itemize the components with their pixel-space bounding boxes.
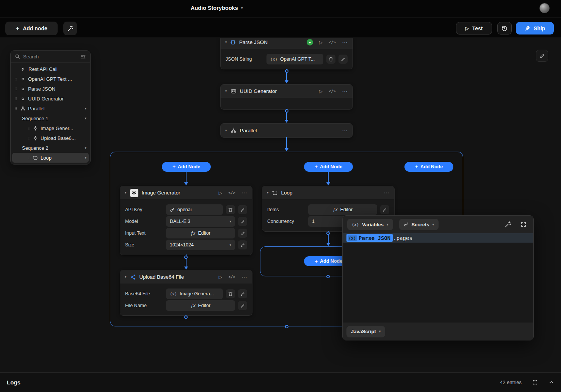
add-node-toolbar-button[interactable]: + Add node [5, 22, 58, 35]
sidebar-item-parse-json[interactable]: Parse JSON [12, 84, 89, 94]
ai-wand-toolbar-button[interactable] [63, 22, 77, 35]
open-logs-button[interactable] [548, 379, 554, 385]
size-select[interactable]: 1024×1024 ▾ [166, 240, 235, 250]
connection-port[interactable] [285, 69, 288, 73]
connection-port[interactable] [326, 232, 330, 235]
delete-button[interactable] [226, 205, 235, 214]
code-editor[interactable]: (x) Parse JSON .pages [343, 233, 533, 323]
code-line[interactable]: (x) Parse JSON .pages [343, 233, 533, 243]
run-node-icon[interactable]: ▷ [219, 191, 222, 195]
sidebar-item-sequence-1[interactable]: Sequence 1 ▾ [12, 113, 89, 123]
more-options-icon[interactable]: ⋯ [342, 39, 348, 45]
collapse-chevron-icon[interactable]: ▾ [225, 129, 227, 132]
connection-port[interactable] [285, 325, 288, 328]
input-text-editor-button[interactable]: ƒx Editor [166, 228, 235, 238]
uuid-generator-node[interactable]: ▾ UUID Generator ▷ </> ⋯ [220, 84, 353, 110]
grip-icon[interactable] [14, 96, 18, 101]
upload-base64-node-header[interactable]: ▾ Upload Base64 File ▷ </> ⋯ [120, 270, 252, 284]
language-dropdown[interactable]: JavaScript ▾ [346, 326, 385, 337]
sidebar-item-image-generator[interactable]: Image Gener... [12, 123, 89, 133]
run-node-icon[interactable]: ▷ [219, 275, 222, 279]
edit-button[interactable] [380, 205, 389, 214]
add-node-button[interactable]: +Add Node [162, 162, 211, 172]
upload-base64-node[interactable]: ▾ Upload Base64 File ▷ </> ⋯ Base64 File… [120, 270, 252, 316]
sidebar-item-uuid-generator[interactable]: UUID Generator [12, 94, 89, 103]
edit-button[interactable] [238, 289, 247, 298]
collapse-chevron-icon[interactable]: ▾ [225, 89, 227, 93]
chevron-down-icon[interactable]: ▾ [85, 117, 86, 120]
image-generator-node[interactable]: ▾ Image Generator ▷ </> ⋯ API Key openai… [120, 186, 252, 255]
variables-dropdown[interactable]: (x) Variables ▾ [347, 219, 393, 230]
add-node-button[interactable]: +Add Node [304, 162, 353, 172]
expand-editor-button[interactable] [520, 221, 527, 227]
items-editor-button[interactable]: ƒx Editor [308, 204, 377, 215]
grip-icon[interactable] [14, 77, 18, 82]
parallel-node-header[interactable]: ▾ Parallel ⋯ [221, 124, 353, 137]
more-options-icon[interactable]: ⋯ [241, 274, 248, 280]
annotate-pen-button[interactable] [536, 50, 548, 62]
grip-icon[interactable] [27, 155, 30, 160]
ship-button[interactable]: Ship [516, 22, 554, 34]
sidebar-item-loop[interactable]: Loop ▾ [12, 153, 89, 163]
run-node-icon[interactable]: ▷ [319, 40, 323, 45]
edit-button[interactable] [338, 55, 348, 64]
collapse-chevron-icon[interactable]: ▾ [125, 191, 127, 194]
grip-icon[interactable] [14, 86, 18, 91]
api-key-control[interactable]: openai [166, 204, 223, 215]
collapse-chevron-icon[interactable]: ▾ [267, 191, 269, 194]
chevron-down-icon[interactable]: ▾ [85, 156, 86, 160]
expand-logs-button[interactable] [532, 379, 538, 385]
test-button[interactable]: ▷ Test [456, 22, 492, 34]
grip-icon[interactable] [27, 136, 30, 141]
grip-icon[interactable] [27, 126, 30, 131]
collapse-chevron-icon[interactable]: ▾ [125, 275, 127, 279]
sidebar-item-upload-base64[interactable]: Upload Base6... [12, 133, 89, 143]
edit-button[interactable] [238, 301, 247, 310]
connection-port[interactable] [184, 315, 188, 319]
delete-button[interactable] [226, 289, 235, 298]
workflow-title-dropdown[interactable]: Audio Storybooks ▾ [191, 5, 243, 11]
sidebar-item-parallel[interactable]: Parallel ▾ [12, 103, 89, 113]
more-options-icon[interactable]: ⋯ [342, 128, 348, 133]
uuid-node-header[interactable]: ▾ UUID Generator ▷ </> ⋯ [221, 85, 353, 98]
file-name-editor-button[interactable]: ƒx Editor [166, 300, 235, 311]
chevron-down-icon[interactable]: ▾ [85, 146, 86, 150]
loop-node-header[interactable]: ▾ Loop ⋯ [262, 186, 394, 200]
parallel-node[interactable]: ▾ Parallel ⋯ [220, 123, 353, 138]
code-icon[interactable]: </> [228, 275, 235, 279]
sidebar-item-openai-gpt[interactable]: OpenAI GPT Text ... [12, 74, 89, 84]
chevron-down-icon[interactable]: ▾ [85, 107, 86, 110]
variable-chip[interactable]: (x) OpenAI GPT T... [266, 54, 323, 64]
run-status-icon[interactable]: ▶ [307, 39, 313, 45]
sidebar-item-rest-api-call[interactable]: Rest API Call [12, 64, 89, 74]
variable-chip[interactable]: (x) Parse JSON [346, 234, 393, 242]
collapse-chevron-icon[interactable]: ▾ [225, 41, 227, 44]
connection-port[interactable] [326, 275, 330, 278]
connection-port[interactable] [184, 256, 188, 259]
more-options-icon[interactable]: ⋯ [384, 190, 390, 196]
logs-bar[interactable]: Logs 42 entries [0, 372, 561, 392]
avatar[interactable] [539, 3, 550, 13]
edit-button[interactable] [238, 240, 247, 249]
connection-port[interactable] [285, 109, 288, 113]
image-generator-node-header[interactable]: ▾ Image Generator ▷ </> ⋯ [120, 186, 252, 200]
delete-button[interactable] [326, 55, 335, 64]
more-options-icon[interactable]: ⋯ [342, 88, 348, 94]
ai-generate-button[interactable] [505, 221, 511, 228]
add-node-button[interactable]: +Add Node [404, 162, 453, 172]
edit-button[interactable] [238, 205, 247, 214]
code-icon[interactable]: </> [329, 89, 336, 93]
code-icon[interactable]: </> [228, 191, 235, 195]
run-node-icon[interactable]: ▷ [319, 89, 323, 94]
history-button[interactable] [497, 22, 512, 34]
sidebar-item-sequence-2[interactable]: Sequence 2 ▾ [12, 143, 89, 153]
collapse-list-icon[interactable] [80, 54, 86, 60]
more-options-icon[interactable]: ⋯ [241, 190, 248, 196]
code-icon[interactable]: </> [329, 40, 336, 44]
model-select[interactable]: DALL·E 3 ▾ [166, 216, 235, 227]
edit-button[interactable] [238, 229, 247, 238]
parse-json-node[interactable]: ▾ {} Parse JSON ▶ ▷ </> ⋯ JSON String (x… [220, 35, 353, 69]
secrets-dropdown[interactable]: Secrets ▾ [399, 219, 439, 230]
search-input[interactable] [23, 54, 77, 60]
edit-button[interactable] [238, 217, 247, 226]
